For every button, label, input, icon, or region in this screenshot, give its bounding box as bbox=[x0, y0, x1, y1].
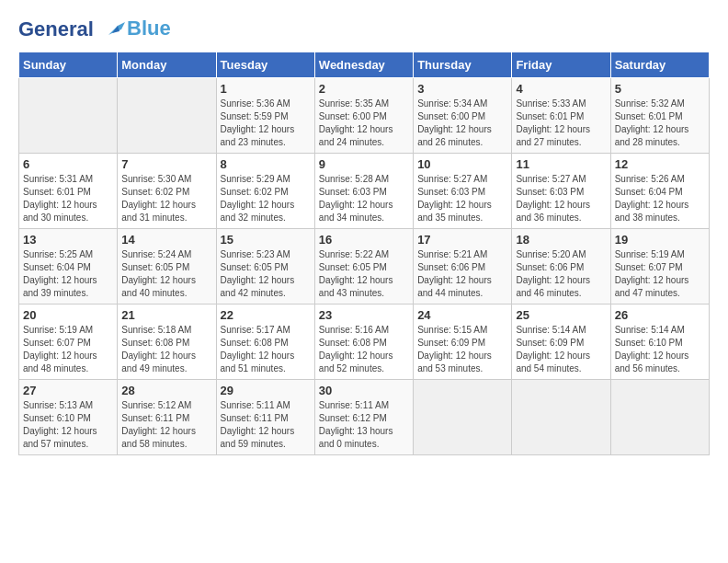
calendar-cell: 29Sunrise: 5:11 AMSunset: 6:11 PMDayligh… bbox=[216, 380, 314, 455]
day-detail: Sunrise: 5:28 AMSunset: 6:03 PMDaylight:… bbox=[319, 173, 409, 224]
day-number: 28 bbox=[121, 384, 211, 397]
calendar-cell: 18Sunrise: 5:20 AMSunset: 6:06 PMDayligh… bbox=[512, 229, 610, 304]
logo-line2: Blue bbox=[127, 17, 171, 40]
day-number: 15 bbox=[221, 233, 311, 247]
day-number: 6 bbox=[23, 157, 113, 171]
day-number: 14 bbox=[121, 233, 211, 247]
day-number: 27 bbox=[23, 384, 113, 397]
day-number: 13 bbox=[23, 233, 113, 247]
day-number: 16 bbox=[319, 233, 409, 247]
calendar-cell: 23Sunrise: 5:16 AMSunset: 6:08 PMDayligh… bbox=[314, 304, 413, 380]
day-number: 10 bbox=[417, 157, 507, 171]
day-detail: Sunrise: 5:32 AMSunset: 6:01 PMDaylight:… bbox=[615, 98, 705, 149]
day-number: 26 bbox=[615, 308, 705, 322]
day-detail: Sunrise: 5:19 AMSunset: 6:07 PMDaylight:… bbox=[23, 324, 113, 375]
day-detail: Sunrise: 5:29 AMSunset: 6:02 PMDaylight:… bbox=[221, 173, 311, 224]
calendar-cell: 5Sunrise: 5:32 AMSunset: 6:01 PMDaylight… bbox=[610, 78, 709, 154]
calendar-cell: 19Sunrise: 5:19 AMSunset: 6:07 PMDayligh… bbox=[610, 229, 709, 304]
day-number: 3 bbox=[417, 82, 507, 96]
weekday-header: Monday bbox=[118, 52, 216, 78]
day-number: 30 bbox=[319, 384, 409, 397]
day-number: 19 bbox=[615, 233, 705, 247]
weekday-header: Sunday bbox=[19, 52, 118, 78]
calendar-cell: 15Sunrise: 5:23 AMSunset: 6:05 PMDayligh… bbox=[216, 229, 314, 304]
calendar-cell: 14Sunrise: 5:24 AMSunset: 6:05 PMDayligh… bbox=[118, 229, 216, 304]
day-number: 1 bbox=[221, 82, 311, 96]
calendar-cell: 27Sunrise: 5:13 AMSunset: 6:10 PMDayligh… bbox=[19, 380, 118, 455]
calendar-cell: 8Sunrise: 5:29 AMSunset: 6:02 PMDaylight… bbox=[216, 154, 314, 229]
calendar-cell: 4Sunrise: 5:33 AMSunset: 6:01 PMDaylight… bbox=[512, 78, 610, 154]
day-number: 11 bbox=[516, 157, 606, 171]
calendar-cell: 7Sunrise: 5:30 AMSunset: 6:02 PMDaylight… bbox=[118, 154, 216, 229]
logo: General Blue bbox=[18, 18, 171, 42]
day-detail: Sunrise: 5:11 AMSunset: 6:12 PMDaylight:… bbox=[319, 399, 409, 451]
day-number: 23 bbox=[319, 308, 409, 322]
day-detail: Sunrise: 5:11 AMSunset: 6:11 PMDaylight:… bbox=[221, 399, 311, 451]
weekday-header: Saturday bbox=[610, 52, 709, 78]
day-detail: Sunrise: 5:20 AMSunset: 6:06 PMDaylight:… bbox=[516, 248, 606, 300]
calendar-cell: 13Sunrise: 5:25 AMSunset: 6:04 PMDayligh… bbox=[19, 229, 118, 304]
day-detail: Sunrise: 5:14 AMSunset: 6:09 PMDaylight:… bbox=[516, 324, 606, 375]
day-detail: Sunrise: 5:12 AMSunset: 6:11 PMDaylight:… bbox=[121, 399, 211, 451]
calendar-cell: 25Sunrise: 5:14 AMSunset: 6:09 PMDayligh… bbox=[512, 304, 610, 380]
day-number: 9 bbox=[319, 157, 409, 171]
calendar-cell: 24Sunrise: 5:15 AMSunset: 6:09 PMDayligh… bbox=[414, 304, 512, 380]
day-detail: Sunrise: 5:36 AMSunset: 5:59 PMDaylight:… bbox=[221, 98, 311, 149]
day-number: 8 bbox=[221, 157, 311, 171]
day-detail: Sunrise: 5:16 AMSunset: 6:08 PMDaylight:… bbox=[319, 324, 409, 375]
calendar-cell: 30Sunrise: 5:11 AMSunset: 6:12 PMDayligh… bbox=[314, 380, 413, 455]
calendar-cell: 10Sunrise: 5:27 AMSunset: 6:03 PMDayligh… bbox=[414, 154, 512, 229]
day-detail: Sunrise: 5:19 AMSunset: 6:07 PMDaylight:… bbox=[615, 248, 705, 300]
calendar-cell: 6Sunrise: 5:31 AMSunset: 6:01 PMDaylight… bbox=[19, 154, 118, 229]
day-number: 22 bbox=[221, 308, 311, 322]
weekday-header: Friday bbox=[512, 52, 610, 78]
page-header: General Blue bbox=[18, 18, 710, 42]
calendar-cell: 2Sunrise: 5:35 AMSunset: 6:00 PMDaylight… bbox=[314, 78, 413, 154]
day-detail: Sunrise: 5:27 AMSunset: 6:03 PMDaylight:… bbox=[516, 173, 606, 224]
day-detail: Sunrise: 5:34 AMSunset: 6:00 PMDaylight:… bbox=[417, 98, 507, 149]
calendar-cell bbox=[512, 380, 610, 455]
day-number: 4 bbox=[516, 82, 606, 96]
calendar-cell: 9Sunrise: 5:28 AMSunset: 6:03 PMDaylight… bbox=[314, 154, 413, 229]
day-number: 5 bbox=[615, 82, 705, 96]
day-number: 17 bbox=[417, 233, 507, 247]
calendar-cell bbox=[19, 78, 118, 154]
day-detail: Sunrise: 5:24 AMSunset: 6:05 PMDaylight:… bbox=[121, 248, 211, 300]
day-detail: Sunrise: 5:27 AMSunset: 6:03 PMDaylight:… bbox=[417, 173, 507, 224]
weekday-header: Tuesday bbox=[216, 52, 314, 78]
day-number: 21 bbox=[121, 308, 211, 322]
day-number: 7 bbox=[121, 157, 211, 171]
calendar-cell: 11Sunrise: 5:27 AMSunset: 6:03 PMDayligh… bbox=[512, 154, 610, 229]
day-detail: Sunrise: 5:17 AMSunset: 6:08 PMDaylight:… bbox=[221, 324, 311, 375]
day-detail: Sunrise: 5:15 AMSunset: 6:09 PMDaylight:… bbox=[417, 324, 507, 375]
day-detail: Sunrise: 5:14 AMSunset: 6:10 PMDaylight:… bbox=[615, 324, 705, 375]
calendar-cell: 1Sunrise: 5:36 AMSunset: 5:59 PMDaylight… bbox=[216, 78, 314, 154]
calendar-cell bbox=[610, 380, 709, 455]
day-detail: Sunrise: 5:31 AMSunset: 6:01 PMDaylight:… bbox=[23, 173, 113, 224]
calendar-cell: 3Sunrise: 5:34 AMSunset: 6:00 PMDaylight… bbox=[414, 78, 512, 154]
calendar-cell: 16Sunrise: 5:22 AMSunset: 6:05 PMDayligh… bbox=[314, 229, 413, 304]
day-detail: Sunrise: 5:30 AMSunset: 6:02 PMDaylight:… bbox=[121, 173, 211, 224]
day-number: 12 bbox=[615, 157, 705, 171]
calendar-cell: 21Sunrise: 5:18 AMSunset: 6:08 PMDayligh… bbox=[118, 304, 216, 380]
day-number: 18 bbox=[516, 233, 606, 247]
day-number: 24 bbox=[417, 308, 507, 322]
day-number: 25 bbox=[516, 308, 606, 322]
day-detail: Sunrise: 5:13 AMSunset: 6:10 PMDaylight:… bbox=[23, 399, 113, 451]
day-detail: Sunrise: 5:18 AMSunset: 6:08 PMDaylight:… bbox=[121, 324, 211, 375]
calendar-cell: 17Sunrise: 5:21 AMSunset: 6:06 PMDayligh… bbox=[414, 229, 512, 304]
day-detail: Sunrise: 5:35 AMSunset: 6:00 PMDaylight:… bbox=[319, 98, 409, 149]
day-detail: Sunrise: 5:22 AMSunset: 6:05 PMDaylight:… bbox=[319, 248, 409, 300]
calendar-cell: 26Sunrise: 5:14 AMSunset: 6:10 PMDayligh… bbox=[610, 304, 709, 380]
logo-line1: General bbox=[18, 17, 94, 40]
day-detail: Sunrise: 5:33 AMSunset: 6:01 PMDaylight:… bbox=[516, 98, 606, 149]
day-number: 29 bbox=[221, 384, 311, 397]
calendar-cell: 28Sunrise: 5:12 AMSunset: 6:11 PMDayligh… bbox=[118, 380, 216, 455]
calendar-cell bbox=[118, 78, 216, 154]
day-detail: Sunrise: 5:23 AMSunset: 6:05 PMDaylight:… bbox=[221, 248, 311, 300]
day-detail: Sunrise: 5:26 AMSunset: 6:04 PMDaylight:… bbox=[615, 173, 705, 224]
day-detail: Sunrise: 5:25 AMSunset: 6:04 PMDaylight:… bbox=[23, 248, 113, 300]
calendar-header: SundayMondayTuesdayWednesdayThursdayFrid… bbox=[19, 52, 710, 78]
calendar-cell bbox=[414, 380, 512, 455]
calendar-table: SundayMondayTuesdayWednesdayThursdayFrid… bbox=[18, 52, 710, 455]
